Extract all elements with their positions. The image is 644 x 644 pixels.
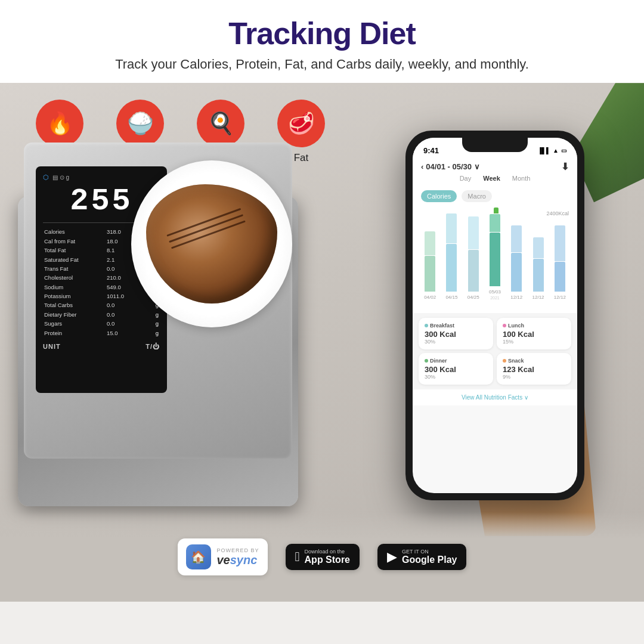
nutrient-name: Potassium [44, 292, 106, 300]
unit-button[interactable]: UNIT [43, 343, 61, 350]
grill-line [169, 214, 243, 243]
vesync-text: POWERED BY vesync [217, 547, 259, 567]
nutrient-name: Calories [44, 228, 106, 236]
view-nutrition-link[interactable]: View All Nutrition Facts ∨ [413, 389, 577, 405]
nutrient-value: 0.0 [107, 301, 138, 309]
chart-area: 2400Kcal 04/02 [413, 206, 577, 313]
table-row: Potassium1011.0mg [44, 292, 159, 300]
bar-stack [446, 213, 457, 292]
bar-group: 12/12 [551, 225, 569, 300]
bar-segment [425, 231, 435, 255]
lunch-title: Lunch [503, 323, 565, 329]
nutrient-unit: g [139, 329, 159, 336]
nutrient-name: Cal from Fat [44, 237, 106, 245]
bar-group: 12/12 [507, 225, 525, 300]
download-icon[interactable]: ⬇ [561, 161, 569, 172]
vesync-badge: 🏠 POWERED BY vesync [178, 538, 268, 575]
vesync-icon: 🏠 [186, 544, 211, 569]
nutrient-name: Sugars [44, 320, 106, 327]
breakfast-title: Breakfast [425, 323, 487, 329]
tab-day[interactable]: Day [460, 175, 472, 182]
footer-bar: 🏠 POWERED BY vesync  Download on the Ap… [0, 512, 644, 602]
bar-date-label: 04/15 [445, 295, 457, 300]
bar-segment [555, 262, 565, 292]
bar-segment [425, 256, 435, 292]
snack-label: Snack [508, 358, 524, 364]
bar-segment [490, 233, 500, 286]
protein-icon: 🍳 [197, 100, 244, 147]
dinner-dot [425, 359, 428, 363]
bar-group: 12/12 [529, 237, 547, 300]
breakfast-label: Breakfast [430, 323, 454, 329]
grill-lines [166, 208, 256, 280]
date-range-text: 04/01 - 05/30 [426, 162, 472, 171]
scale-buttons: UNIT T/⏻ [43, 343, 160, 350]
bar-date-label: 12/12 [532, 295, 544, 300]
powered-by-label: POWERED BY [217, 547, 259, 553]
lunch-dot [503, 324, 506, 327]
page-subtitle: Track your Calories, Protein, Fat, and C… [24, 57, 620, 72]
tab-week[interactable]: Week [483, 175, 500, 182]
breakfast-pct: 30% [425, 339, 487, 345]
phone-notch [462, 138, 528, 152]
lunch-label: Lunch [508, 323, 524, 329]
bar-stack [511, 225, 522, 292]
phone-screen: 9:41 ▐▌▌ ▲ ▭ ‹ 04/01 - 05/30 ∨ ⬇ [413, 138, 577, 493]
display-top: ⬡ ▤ ⊙ g [43, 174, 160, 181]
chevron-icon[interactable]: ∨ [474, 162, 480, 171]
nutrient-value: 0.0 [107, 265, 138, 273]
lunch-calories: 100 Kcal [503, 330, 565, 339]
wifi-icon: ▲ [553, 147, 559, 154]
snack-pct: 9% [503, 374, 565, 380]
bar-stack [490, 208, 500, 286]
app-store-button[interactable]:  Download on the App Store [286, 544, 360, 570]
bar-stack [533, 237, 544, 292]
nutrient-name: Protein [44, 329, 106, 336]
macro-tab[interactable]: Macro [462, 190, 492, 202]
nutrient-value: 1011.0 [107, 292, 138, 300]
nutrient-value: 210.0 [107, 274, 138, 281]
calories-tab[interactable]: Calories [421, 190, 457, 202]
bar-segment [468, 250, 479, 292]
chart-max-label: 2400Kcal [546, 210, 569, 216]
bluetooth-icon: ⬡ [43, 174, 49, 181]
page-title: Tracking Diet [24, 17, 620, 51]
bar-group: 04/02 [421, 231, 439, 300]
apple-icon:  [295, 549, 300, 565]
table-row: Dietary Fiber0.0g [44, 311, 159, 318]
bar-group: 04/15 [442, 213, 460, 300]
table-row: Sugars0.0g [44, 320, 159, 327]
bar-group: 05/03 2021 [486, 208, 504, 300]
nutrient-value: 0.0 [107, 320, 138, 327]
bar-date-label: 12/12 [554, 295, 566, 300]
nutrient-name: Trans Fat [44, 265, 106, 273]
app-header: ‹ 04/01 - 05/30 ∨ ⬇ Day Week Month [413, 159, 577, 187]
dinner-pct: 30% [425, 374, 487, 380]
bar-segment [446, 213, 457, 243]
header-section: Tracking Diet Track your Calories, Prote… [0, 0, 644, 83]
tab-month[interactable]: Month [512, 175, 531, 182]
status-time: 9:41 [423, 146, 439, 155]
snack-calories: 123 Kcal [503, 365, 565, 374]
nutrient-name: Total Fat [44, 246, 106, 254]
calories-icon: 🔥 [36, 100, 83, 147]
bar-stack [468, 216, 479, 292]
dinner-label: Dinner [430, 358, 447, 364]
bar-date-label: 12/12 [510, 295, 522, 300]
date-range: ‹ 04/01 - 05/30 ∨ ⬇ [421, 161, 569, 172]
bar-segment [494, 208, 499, 213]
vesync-name-part1: ve [217, 553, 230, 566]
bar-stack [425, 231, 435, 292]
period-tabs: Day Week Month [421, 175, 569, 182]
grill-line [166, 208, 241, 237]
scale-container: ⬡ ▤ ⊙ g 255 Calories318.0Kcal Cal from F… [18, 160, 304, 506]
breakfast-calories: 300 Kcal [425, 330, 487, 339]
view-tabs: Calories Macro [413, 187, 577, 206]
back-arrow[interactable]: ‹ [421, 162, 423, 171]
grill-line [171, 221, 246, 249]
google-play-button[interactable]: ▶ GET IT ON Google Play [377, 544, 466, 570]
bar-segment [490, 214, 500, 232]
bar-year-label: 2021 [490, 296, 500, 300]
nutrient-name: Total Carbs [44, 301, 106, 309]
power-button[interactable]: T/⏻ [145, 343, 160, 350]
